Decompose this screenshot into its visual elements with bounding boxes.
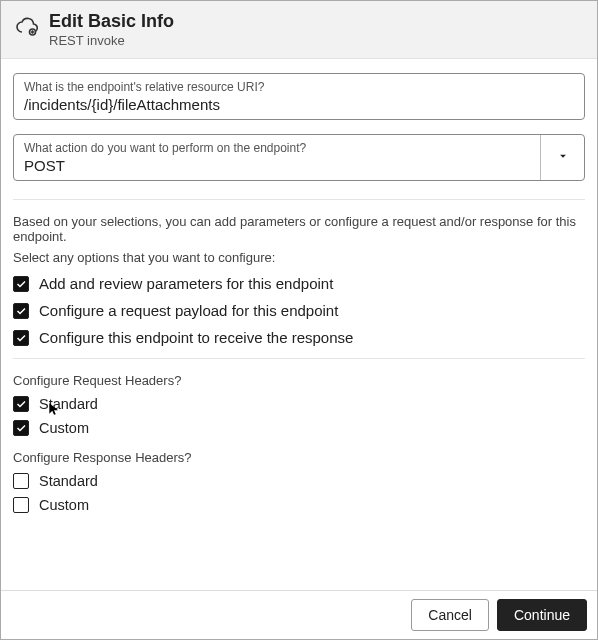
dialog-title: Edit Basic Info <box>49 11 174 32</box>
resp-headers-options: Standard Custom <box>13 473 585 513</box>
dialog-header: Edit Basic Info REST invoke <box>1 1 597 59</box>
option-label: Custom <box>39 497 89 513</box>
uri-input[interactable] <box>24 94 574 115</box>
cloud-invoke-icon <box>15 15 39 39</box>
dialog-footer: Cancel Continue <box>1 590 597 639</box>
action-label: What action do you want to perform on th… <box>24 141 530 155</box>
req-headers-custom[interactable]: Custom <box>13 420 585 436</box>
resp-headers-standard[interactable]: Standard <box>13 473 585 489</box>
checkbox-req-standard[interactable] <box>13 396 29 412</box>
resp-headers-label: Configure Response Headers? <box>13 450 585 465</box>
configure-options: Add and review parameters for this endpo… <box>13 275 585 346</box>
option-label: Add and review parameters for this endpo… <box>39 275 333 292</box>
req-headers-label: Configure Request Headers? <box>13 373 585 388</box>
option-label: Custom <box>39 420 89 436</box>
option-label: Configure a request payload for this end… <box>39 302 338 319</box>
checkbox-recv-response[interactable] <box>13 330 29 346</box>
info-line-1: Based on your selections, you can add pa… <box>13 214 585 244</box>
checkbox-resp-standard[interactable] <box>13 473 29 489</box>
option-recv-response[interactable]: Configure this endpoint to receive the r… <box>13 329 585 346</box>
action-value: POST <box>24 155 530 176</box>
cancel-button[interactable]: Cancel <box>411 599 489 631</box>
continue-button[interactable]: Continue <box>497 599 587 631</box>
checkbox-req-custom[interactable] <box>13 420 29 436</box>
uri-label: What is the endpoint's relative resource… <box>24 80 574 94</box>
info-line-2: Select any options that you want to conf… <box>13 250 585 265</box>
resp-headers-custom[interactable]: Custom <box>13 497 585 513</box>
action-dropdown-button[interactable] <box>540 135 584 180</box>
checkbox-resp-custom[interactable] <box>13 497 29 513</box>
divider <box>13 358 585 359</box>
action-field-wrap[interactable]: What action do you want to perform on th… <box>13 134 585 181</box>
option-req-payload[interactable]: Configure a request payload for this end… <box>13 302 585 319</box>
chevron-down-icon <box>556 149 570 166</box>
checkbox-add-params[interactable] <box>13 276 29 292</box>
dialog-subtitle: REST invoke <box>49 33 174 48</box>
option-label: Standard <box>39 396 98 412</box>
option-label: Configure this endpoint to receive the r… <box>39 329 353 346</box>
req-headers-options: Standard Custom <box>13 396 585 436</box>
checkbox-req-payload[interactable] <box>13 303 29 319</box>
req-headers-standard[interactable]: Standard <box>13 396 585 412</box>
option-label: Standard <box>39 473 98 489</box>
option-add-params[interactable]: Add and review parameters for this endpo… <box>13 275 585 292</box>
edit-basic-info-dialog: Edit Basic Info REST invoke What is the … <box>0 0 598 640</box>
uri-field-wrap[interactable]: What is the endpoint's relative resource… <box>13 73 585 120</box>
dialog-body: What is the endpoint's relative resource… <box>1 59 597 590</box>
divider <box>13 199 585 200</box>
